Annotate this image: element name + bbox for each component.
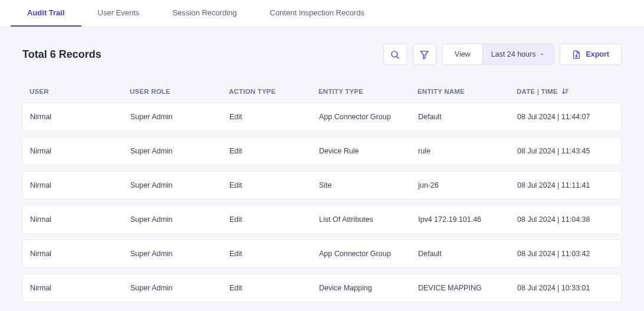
- table-row[interactable]: NirmalSuper AdminEditDevice MappingDEVIC…: [22, 274, 622, 302]
- filter-button[interactable]: [413, 44, 436, 65]
- export-button[interactable]: Export: [560, 44, 622, 65]
- cell-user: Nirmal: [30, 215, 130, 224]
- tab-label: Content Inspection Records: [270, 8, 364, 17]
- cell-action: Edit: [229, 113, 319, 121]
- cell-action: Edit: [229, 250, 319, 258]
- cell-action: Edit: [229, 181, 319, 189]
- sort-icon: [561, 87, 570, 96]
- range-dropdown[interactable]: Last 24 hours: [482, 44, 554, 64]
- tab-session-recording[interactable]: Session Recording: [156, 0, 253, 27]
- tab-content-inspection[interactable]: Content Inspection Records: [254, 0, 381, 27]
- tab-label: Session Recording: [172, 8, 236, 17]
- svg-line-1: [397, 56, 399, 58]
- tabs-bar: Audit Trail User Events Session Recordin…: [0, 0, 644, 27]
- tab-label: User Events: [98, 8, 140, 17]
- cell-entity_name: Ipv4 172.19.101.46: [418, 215, 517, 224]
- cell-entity_type: Site: [319, 181, 418, 189]
- col-action[interactable]: ACTION TYPE: [229, 87, 318, 96]
- cell-action: Edit: [229, 215, 319, 224]
- filter-icon: [419, 50, 429, 60]
- cell-user: Nirmal: [30, 250, 130, 258]
- cell-role: Super Admin: [130, 250, 229, 258]
- cell-entity_type: Device Mapping: [319, 284, 418, 292]
- cell-user: Nirmal: [30, 147, 130, 155]
- page-title: Total 6 Records: [22, 48, 101, 61]
- top-row: Total 6 Records View Last 24 hours: [22, 44, 622, 65]
- cell-datetime: 08 Jul 2024 | 11:04:38: [517, 215, 614, 224]
- col-role[interactable]: USER ROLE: [130, 87, 229, 96]
- cell-entity_type: List Of Attributes: [319, 215, 418, 224]
- table-row[interactable]: NirmalSuper AdminEditList Of AttributesI…: [22, 205, 622, 234]
- cell-role: Super Admin: [130, 147, 229, 155]
- view-range-segment: View Last 24 hours: [442, 44, 554, 65]
- range-label: Last 24 hours: [491, 50, 536, 58]
- controls: View Last 24 hours Export: [383, 44, 622, 65]
- audit-table: USER USER ROLE ACTION TYPE ENTITY TYPE E…: [22, 79, 622, 302]
- cell-datetime: 08 Jul 2024 | 11:03:42: [517, 250, 614, 258]
- table-row[interactable]: NirmalSuper AdminEditApp Connector Group…: [22, 103, 622, 131]
- table-row[interactable]: NirmalSuper AdminEditSitejun-2608 Jul 20…: [22, 171, 622, 199]
- export-label: Export: [586, 50, 609, 58]
- content-area: Total 6 Records View Last 24 hours: [0, 27, 644, 302]
- cell-datetime: 08 Jul 2024 | 11:44:07: [517, 113, 614, 121]
- cell-entity_name: rule: [418, 147, 517, 155]
- col-user[interactable]: USER: [29, 87, 130, 96]
- table-body: NirmalSuper AdminEditApp Connector Group…: [22, 103, 622, 302]
- cell-datetime: 08 Jul 2024 | 11:43:45: [517, 147, 614, 155]
- col-entity-type[interactable]: ENTITY TYPE: [318, 87, 418, 96]
- view-label: View: [443, 44, 482, 64]
- search-button[interactable]: [383, 44, 407, 65]
- cell-entity_name: Default: [418, 113, 517, 121]
- cell-entity_type: Device Rule: [319, 147, 418, 155]
- cell-user: Nirmal: [30, 113, 130, 121]
- cell-entity_name: Default: [418, 250, 517, 258]
- col-entity-name[interactable]: ENTITY NAME: [418, 87, 517, 96]
- cell-role: Super Admin: [130, 113, 229, 121]
- table-row[interactable]: NirmalSuper AdminEditApp Connector Group…: [22, 240, 622, 268]
- tab-label: Audit Trail: [27, 8, 65, 17]
- cell-entity_type: App Connector Group: [319, 250, 418, 258]
- table-header: USER USER ROLE ACTION TYPE ENTITY TYPE E…: [22, 79, 622, 103]
- svg-marker-2: [420, 51, 428, 58]
- search-icon: [390, 50, 400, 60]
- cell-role: Super Admin: [130, 284, 229, 292]
- cell-user: Nirmal: [30, 181, 130, 189]
- col-datetime[interactable]: DATE | TIME: [517, 87, 615, 96]
- cell-role: Super Admin: [130, 215, 229, 224]
- cell-datetime: 08 Jul 2024 | 11:11:41: [517, 181, 614, 189]
- cell-action: Edit: [229, 284, 319, 292]
- cell-user: Nirmal: [30, 284, 130, 292]
- cell-action: Edit: [229, 147, 319, 155]
- cell-entity_type: App Connector Group: [319, 113, 418, 121]
- cell-datetime: 08 Jul 2024 | 10:33:01: [517, 284, 614, 292]
- cell-role: Super Admin: [130, 181, 229, 189]
- cell-entity_name: DEVICE MAPPING: [418, 284, 517, 292]
- tab-audit-trail[interactable]: Audit Trail: [11, 0, 81, 27]
- chevron-down-icon: [539, 51, 545, 57]
- cell-entity_name: jun-26: [418, 181, 517, 189]
- tab-user-events[interactable]: User Events: [81, 0, 156, 27]
- table-row[interactable]: NirmalSuper AdminEditDevice Rulerule08 J…: [22, 137, 622, 165]
- export-icon: [572, 50, 581, 59]
